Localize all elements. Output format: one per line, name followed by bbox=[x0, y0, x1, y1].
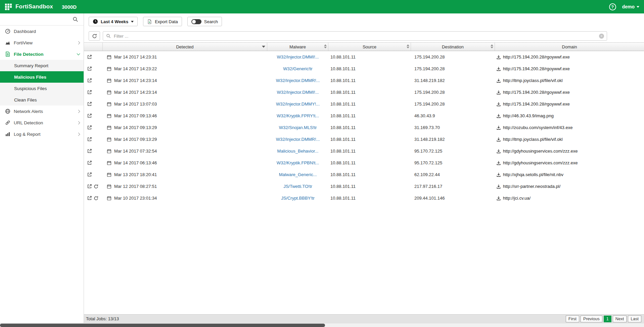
malware-link[interactable]: W32/Injector.DMMI!... bbox=[277, 90, 319, 95]
column-header-source[interactable]: Source bbox=[328, 43, 411, 51]
malware-link[interactable]: W32/Generic!tr bbox=[283, 66, 312, 71]
view-details-icon[interactable] bbox=[87, 66, 92, 71]
sidebar-item-dashboard[interactable]: Dashboard bbox=[0, 26, 84, 37]
sidebar-item-label: Malicious Files bbox=[14, 75, 46, 80]
sidebar-item-malicious-files[interactable]: Malicious Files bbox=[0, 71, 84, 83]
chevron-right-icon bbox=[77, 41, 80, 44]
view-details-icon[interactable] bbox=[87, 90, 92, 95]
download-icon[interactable] bbox=[496, 149, 501, 154]
chevron-down-icon bbox=[77, 52, 80, 55]
view-details-icon[interactable] bbox=[87, 196, 92, 201]
sidebar-item-summary-report[interactable]: Summary Report bbox=[0, 60, 84, 71]
pagination-previous-button[interactable]: Previous bbox=[581, 316, 602, 322]
view-details-icon[interactable] bbox=[87, 125, 92, 130]
table-row[interactable]: Mar 14 2017 09:13:29 W32/Injector.DMMR!.… bbox=[84, 133, 644, 145]
pagination-last-button[interactable]: Last bbox=[628, 316, 641, 322]
sidebar-item-suspicious-files[interactable]: Suspicious Files bbox=[0, 83, 84, 94]
table-row[interactable]: Mar 14 2017 13:07:03 W32/Injector.DMMY!.… bbox=[84, 98, 644, 110]
sort-icon[interactable] bbox=[324, 44, 327, 48]
malware-link[interactable]: W32/Kryptik.FPRY!t... bbox=[277, 113, 319, 118]
malware-link[interactable]: W32/Injector.DMMY!... bbox=[276, 101, 320, 107]
total-jobs-label: Total Jobs: 13/13 bbox=[86, 316, 119, 321]
time-range-dropdown[interactable]: Last 4 Weeks bbox=[89, 17, 138, 26]
table-row[interactable]: Mar 14 2017 14:23:14 W32/Injector.DMMI!.… bbox=[84, 86, 644, 98]
table-row[interactable]: Mar 14 2017 09:13:46 W32/Kryptik.FPRY!t.… bbox=[84, 110, 644, 122]
bar-chart-icon bbox=[5, 131, 11, 137]
view-details-icon[interactable] bbox=[87, 149, 92, 154]
malware-link[interactable]: JS/Crypt.BBBY!tr bbox=[281, 196, 315, 201]
malware-link[interactable]: W32/Kryptik.FPBN!t... bbox=[277, 160, 319, 165]
column-header-detected[interactable]: Detected bbox=[103, 43, 267, 51]
view-details-icon[interactable] bbox=[87, 160, 92, 165]
view-details-icon[interactable] bbox=[87, 172, 92, 177]
table-row[interactable]: Mar 14 2017 07:32:54 Malicious_Behavior.… bbox=[84, 145, 644, 157]
download-icon[interactable] bbox=[496, 184, 501, 189]
download-icon[interactable] bbox=[496, 78, 501, 83]
column-header-domain[interactable]: Domain bbox=[495, 43, 644, 51]
sidebar-item-url-detection[interactable]: URL Detection bbox=[0, 117, 84, 128]
malware-link[interactable]: W32/Injector.DMMR!... bbox=[276, 78, 320, 83]
sidebar-item-network-alerts[interactable]: Network Alerts bbox=[0, 106, 84, 117]
download-icon[interactable] bbox=[496, 55, 501, 59]
malware-link[interactable]: JS/Twetti.TO!tr bbox=[283, 184, 312, 189]
table-row[interactable]: Mar 13 2017 18:20:41 Malware_Generic... … bbox=[84, 169, 644, 180]
rescan-icon[interactable] bbox=[94, 184, 98, 189]
sidebar-item-clean-files[interactable]: Clean Files bbox=[0, 94, 84, 106]
download-icon[interactable] bbox=[496, 196, 501, 201]
search-toggle-button[interactable]: Search bbox=[187, 17, 222, 26]
sidebar-item-fortiview[interactable]: FortiView bbox=[0, 37, 84, 48]
download-icon[interactable] bbox=[496, 67, 501, 71]
user-menu[interactable]: demo bbox=[622, 4, 639, 9]
column-header-destination[interactable]: Destination bbox=[411, 43, 495, 51]
device-model: 3000D bbox=[62, 4, 77, 10]
table-row[interactable]: Mar 10 2017 23:01:34 JS/Crypt.BBBY!tr 10… bbox=[84, 192, 644, 204]
sidebar-search-button[interactable] bbox=[0, 13, 84, 26]
source-value: 10.88.101.11 bbox=[330, 113, 356, 118]
detected-value: Mar 14 2017 09:13:29 bbox=[114, 137, 157, 142]
download-icon[interactable] bbox=[496, 90, 501, 95]
table-row[interactable]: Mar 14 2017 14:23:14 W32/Injector.DMMR!.… bbox=[84, 75, 644, 86]
malware-link[interactable]: W32/Snojan.MLS!tr bbox=[279, 125, 317, 130]
sidebar-item-log-report[interactable]: Log & Report bbox=[0, 128, 84, 140]
download-icon[interactable] bbox=[496, 102, 501, 107]
calendar-icon bbox=[107, 90, 111, 95]
filter-input[interactable] bbox=[113, 33, 597, 39]
sort-icon[interactable] bbox=[491, 44, 493, 48]
pagination-page-button[interactable]: 1 bbox=[604, 316, 611, 322]
download-icon[interactable] bbox=[496, 114, 501, 118]
scrollbar-thumb[interactable] bbox=[0, 324, 325, 327]
horizontal-scrollbar[interactable] bbox=[0, 323, 644, 327]
table-row[interactable]: Mar 14 2017 14:23:22 W32/Generic!tr 10.8… bbox=[84, 63, 644, 75]
rescan-icon[interactable] bbox=[94, 196, 98, 201]
malware-link[interactable]: W32/Injector.DMMI!... bbox=[277, 54, 319, 59]
view-details-icon[interactable] bbox=[87, 184, 92, 189]
export-data-button[interactable]: Export Data bbox=[143, 17, 182, 26]
download-icon[interactable] bbox=[496, 137, 501, 142]
view-details-icon[interactable] bbox=[87, 78, 92, 83]
sort-desc-icon[interactable] bbox=[262, 46, 265, 48]
download-icon[interactable] bbox=[496, 125, 501, 130]
view-details-icon[interactable] bbox=[87, 137, 92, 142]
pagination-next-button[interactable]: Next bbox=[613, 316, 627, 322]
sidebar-item-file-detection[interactable]: File Detection bbox=[0, 48, 84, 60]
table-row[interactable]: Mar 14 2017 09:13:29 W32/Snojan.MLS!tr 1… bbox=[84, 122, 644, 133]
table-row[interactable]: Mar 14 2017 14:23:31 W32/Injector.DMMI!.… bbox=[84, 51, 644, 63]
download-icon[interactable] bbox=[496, 172, 501, 177]
pagination-first-button[interactable]: First bbox=[566, 316, 579, 322]
table-row[interactable]: Mar 14 2017 06:13:46 W32/Kryptik.FPBN!t.… bbox=[84, 157, 644, 169]
sort-icon[interactable] bbox=[407, 44, 409, 48]
malware-link[interactable]: Malware_Generic... bbox=[279, 172, 317, 177]
domain-value: http://ltmp.joyclass.pl/file/vif.okl bbox=[503, 137, 563, 142]
view-details-icon[interactable] bbox=[87, 54, 92, 59]
view-details-icon[interactable] bbox=[87, 101, 92, 107]
link-icon bbox=[5, 120, 11, 125]
column-header-malware[interactable]: Malware bbox=[267, 43, 328, 51]
table-row[interactable]: Mar 12 2017 08:27:51 JS/Twetti.TO!tr 10.… bbox=[84, 180, 644, 192]
view-details-icon[interactable] bbox=[87, 113, 92, 118]
refresh-button[interactable] bbox=[89, 31, 100, 41]
download-icon[interactable] bbox=[496, 161, 501, 165]
help-icon[interactable]: ? bbox=[609, 3, 616, 10]
malware-link[interactable]: Malicious_Behavior... bbox=[277, 149, 319, 154]
malware-link[interactable]: W32/Injector.DMMR!... bbox=[276, 137, 320, 142]
clear-filter-icon[interactable]: × bbox=[599, 34, 604, 39]
